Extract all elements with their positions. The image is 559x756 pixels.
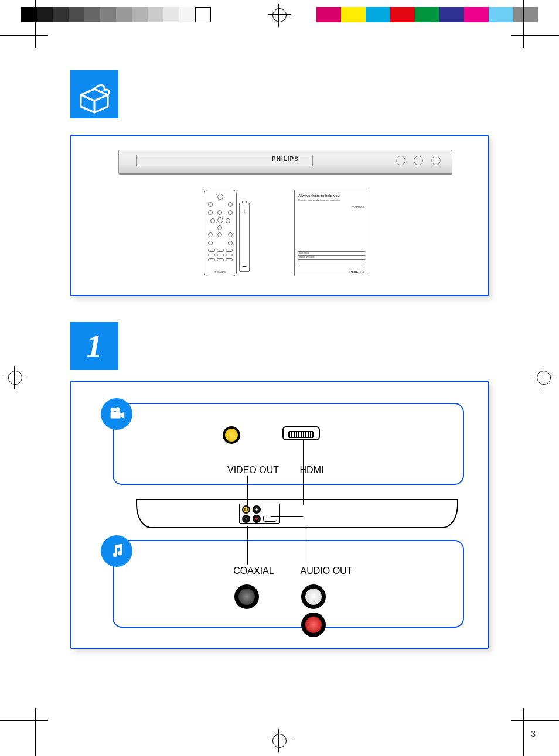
connections-panel: VIDEO OUT HDMI COAXIAL AUDIO OUT: [70, 381, 489, 649]
manual-model: DVP2880: [352, 206, 364, 209]
leader-line: [306, 525, 306, 565]
registration-target-right: [532, 366, 555, 389]
crop-mark: [35, 708, 36, 756]
leader-line: [247, 526, 248, 565]
leader-line: [259, 525, 306, 525]
user-manual-booklet: Always there to help you Register your p…: [294, 190, 369, 276]
remote-control: PHILIPS: [204, 190, 237, 276]
manual-subline: Register your product and get support at: [298, 199, 365, 201]
video-out-label: VIDEO OUT: [218, 465, 288, 476]
registration-target-left: [4, 366, 27, 389]
manual-footer-line: User manual: [299, 252, 309, 255]
svg-point-1: [115, 407, 120, 412]
hdmi-label: HDMI: [288, 465, 335, 476]
music-note-icon: [101, 535, 132, 567]
battery: + –: [239, 203, 250, 272]
crop-mark: [0, 35, 48, 36]
video-out-jack-illustration: [223, 426, 240, 444]
battery-plus: +: [240, 208, 249, 214]
coaxial-jack-illustration: [234, 584, 259, 609]
player-rear-view: [136, 499, 458, 528]
audio-section: [113, 540, 464, 628]
color-bar: [316, 7, 538, 22]
brand-logo: PHILIPS: [272, 156, 299, 162]
grayscale-bar: [21, 7, 211, 22]
svg-point-0: [111, 408, 115, 412]
crop-mark: [511, 35, 559, 36]
crop-mark: [523, 0, 524, 48]
crop-mark: [523, 708, 524, 756]
page-number: 3: [531, 729, 536, 738]
audio-out-white-jack: [301, 584, 326, 609]
box-contents-panel: PHILIPS PHILIPS + –: [70, 135, 489, 296]
coaxial-label: COAXIAL: [221, 566, 286, 576]
content-area: PHILIPS PHILIPS + –: [70, 70, 489, 686]
audio-out-label: AUDIO OUT: [288, 566, 364, 576]
leader-line: [303, 440, 304, 505]
hdmi-port-illustration: [282, 426, 320, 440]
crop-mark: [0, 720, 48, 721]
manual-footer-line: Manual del usuario: [299, 256, 314, 259]
svg-rect-2: [111, 412, 121, 418]
audio-out-red-jack: [301, 613, 326, 637]
video-camera-icon: [101, 398, 132, 430]
leader-line: [247, 476, 248, 508]
dvd-player-unit: PHILIPS: [118, 150, 452, 175]
remote-brand: PHILIPS: [204, 271, 236, 273]
registration-target-bottom: [268, 729, 291, 752]
manual-headline: Always there to help you: [298, 194, 365, 197]
battery-minus: –: [240, 264, 249, 269]
crop-mark: [35, 0, 36, 48]
registration-target-top: [268, 4, 291, 27]
step-number: 1: [87, 328, 103, 364]
manual-brand: PHILIPS: [349, 270, 365, 273]
leader-line: [271, 516, 303, 517]
manual-page: PHILIPS PHILIPS + –: [0, 0, 559, 756]
front-buttons: [396, 156, 441, 165]
unbox-icon: [70, 70, 118, 118]
step-number-badge: 1: [70, 322, 118, 370]
crop-mark: [511, 720, 559, 721]
